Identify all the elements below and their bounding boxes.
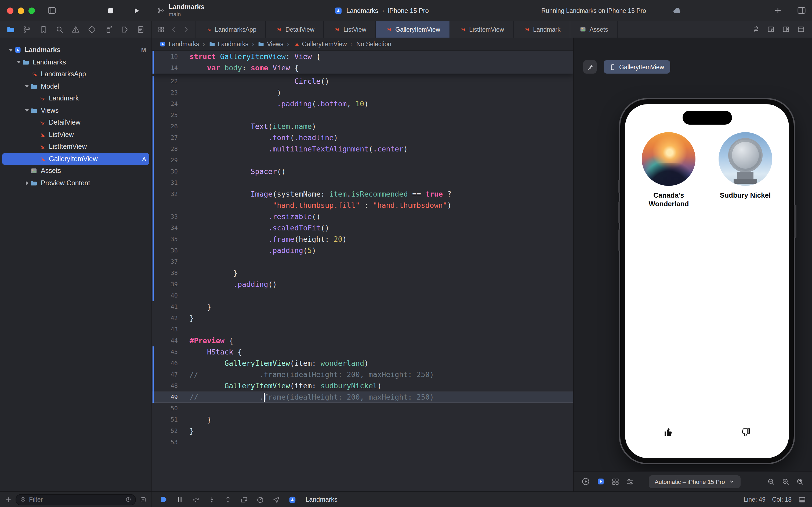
navigator-bookmarks-button[interactable] — [39, 25, 48, 34]
add-file-button[interactable] — [5, 496, 12, 503]
recents-filter-icon[interactable] — [125, 496, 131, 503]
code-line-45[interactable]: 45 HStack { — [152, 346, 573, 358]
scheme-selector[interactable]: Landmarks › iPhone 15 Pro — [334, 0, 429, 21]
scm-status-filter-button[interactable] — [139, 496, 147, 503]
code-line-27[interactable]: 27 .font(.headline) — [152, 132, 573, 144]
tab-assets[interactable]: Assets — [570, 21, 618, 38]
zoom-in-button[interactable] — [781, 477, 790, 486]
code-line-25[interactable]: 25 — [152, 110, 573, 121]
sidebar-item-landmarksapp[interactable]: LandmarksApp — [0, 68, 152, 80]
preview-device-selector[interactable]: Automatic – iPhone 15 Pro — [649, 475, 741, 488]
source-editor[interactable]: 22 Circle()23 )24 .padding(.bottom, 10)2… — [152, 51, 573, 492]
focus-editor-button[interactable] — [797, 25, 805, 33]
editor-options-button[interactable] — [767, 25, 775, 33]
code-line-30[interactable]: 30 Spacer() — [152, 166, 573, 177]
toggle-debug-area-button[interactable] — [798, 496, 806, 504]
code-line-36[interactable]: 36 .padding(5) — [152, 245, 573, 256]
zoom-out-button[interactable] — [767, 477, 775, 486]
back-button[interactable] — [170, 26, 177, 33]
editor-layout-button[interactable] — [797, 0, 806, 21]
code-line-43[interactable]: 43 — [152, 324, 573, 335]
disclosure-triangle[interactable] — [23, 109, 30, 112]
code-line-39[interactable]: 39 .padding() — [152, 279, 573, 290]
zoom-window-button[interactable] — [28, 7, 35, 14]
code-line-37[interactable]: 37 — [152, 256, 573, 268]
tab-listitemview[interactable]: ListItemView — [450, 21, 514, 38]
code-line-47[interactable]: 47// .frame(idealHeight: 200, maxHeight:… — [152, 369, 573, 380]
code-line-50[interactable]: 50 — [152, 403, 573, 414]
breadcrumb-item[interactable]: Landmarks — [209, 41, 248, 47]
variants-button[interactable] — [611, 477, 620, 486]
breadcrumb-item[interactable]: Landmarks — [160, 41, 199, 47]
stop-button[interactable] — [106, 0, 115, 21]
breakpoints-toggle-button[interactable] — [160, 495, 168, 504]
code-line-23[interactable]: 23 ) — [152, 87, 573, 98]
navigator-debug-button[interactable] — [104, 25, 113, 34]
navigator-tests-button[interactable] — [88, 25, 97, 34]
gallery-item-nickel[interactable]: Sudbury Nickel — [707, 128, 784, 440]
sidebar-item-galleryitemview[interactable]: GalleryItemViewA — [0, 153, 152, 165]
step-out-button[interactable] — [224, 496, 232, 504]
preview-tab[interactable]: GalleryItemView — [603, 60, 670, 73]
memory-graph-button[interactable] — [256, 496, 264, 504]
navigator-issues-button[interactable] — [71, 25, 80, 34]
code-line-52[interactable]: 52} — [152, 426, 573, 437]
tab-detailview[interactable]: DetailView — [266, 21, 324, 38]
breadcrumb-item[interactable]: Views — [258, 41, 283, 47]
navigator-source-control-button[interactable] — [23, 25, 32, 34]
disclosure-triangle[interactable] — [7, 49, 14, 52]
live-preview-button[interactable] — [581, 477, 590, 486]
forward-button[interactable] — [183, 26, 189, 33]
zoom-fit-button[interactable] — [796, 477, 805, 486]
code-line-wrap[interactable]: "hand.thumbsup.fill" : "hand.thumbsdown"… — [152, 200, 573, 211]
code-line-46[interactable]: 46 GalleryItemView(item: wonderland) — [152, 358, 573, 369]
code-review-button[interactable] — [752, 25, 760, 33]
code-line-10[interactable]: 10struct GalleryItemView: View { — [152, 51, 573, 62]
disclosure-triangle[interactable] — [15, 61, 22, 64]
code-line-40[interactable]: 40 — [152, 290, 573, 301]
toggle-navigator-button[interactable] — [47, 0, 56, 21]
sidebar-item-landmarks[interactable]: Landmarks — [0, 56, 152, 68]
pin-preview-button[interactable] — [583, 60, 597, 73]
close-window-button[interactable] — [7, 7, 13, 14]
code-line-33[interactable]: 33 .resizable() — [152, 211, 573, 222]
code-line-34[interactable]: 34 .scaledToFit() — [152, 222, 573, 234]
step-over-button[interactable] — [192, 496, 200, 504]
selectable-mode-button[interactable] — [596, 477, 605, 486]
device-settings-button[interactable] — [626, 477, 634, 486]
step-into-button[interactable] — [208, 496, 216, 504]
code-line-31[interactable]: 31 — [152, 177, 573, 188]
breadcrumb-item[interactable]: GalleryItemView — [293, 41, 347, 47]
code-line-38[interactable]: 38 } — [152, 268, 573, 279]
tab-landmarksapp[interactable]: LandmarksApp — [195, 21, 266, 38]
sidebar-item-listview[interactable]: ListView — [0, 129, 152, 141]
navigator-project-button[interactable] — [6, 25, 15, 34]
code-line-32[interactable]: 32 Image(systemName: item.isRecommended … — [152, 188, 573, 200]
add-editor-button[interactable] — [782, 25, 790, 33]
code-line-22[interactable]: 22 Circle() — [152, 76, 573, 87]
view-hierarchy-button[interactable] — [240, 496, 248, 504]
tab-landmark[interactable]: Landmark — [514, 21, 570, 38]
filter-field[interactable]: Filter — [15, 494, 136, 505]
code-line-42[interactable]: 42} — [152, 313, 573, 324]
code-line-51[interactable]: 51 } — [152, 414, 573, 426]
navigator-find-button[interactable] — [55, 25, 64, 34]
code-line-44[interactable]: 44#Preview { — [152, 335, 573, 346]
pause-button[interactable] — [176, 496, 184, 503]
code-line-53[interactable]: 53 — [152, 437, 573, 448]
sidebar-item-landmark[interactable]: Landmark — [0, 92, 152, 105]
code-line-29[interactable]: 29 — [152, 155, 573, 166]
code-line-48[interactable]: 48 GalleryItemView(item: sudburyNickel) — [152, 380, 573, 392]
navigator-reports-button[interactable] — [136, 25, 145, 34]
code-line-35[interactable]: 35 .frame(height: 20) — [152, 234, 573, 245]
related-items-button[interactable] — [157, 25, 165, 33]
add-button[interactable] — [774, 0, 782, 21]
sidebar-item-assets[interactable]: Assets — [0, 165, 152, 177]
code-line-14[interactable]: 14 var body: some View { — [152, 62, 573, 73]
breadcrumb-item[interactable]: No Selection — [356, 41, 391, 47]
sidebar-item-preview-content[interactable]: Preview Content — [0, 177, 152, 189]
run-destination[interactable]: iPhone 15 Pro — [388, 7, 429, 14]
tab-listview[interactable]: ListView — [324, 21, 376, 38]
code-line-24[interactable]: 24 .padding(.bottom, 10) — [152, 98, 573, 110]
gallery-item-wonderland[interactable]: Canada's Wonderland — [631, 128, 707, 440]
